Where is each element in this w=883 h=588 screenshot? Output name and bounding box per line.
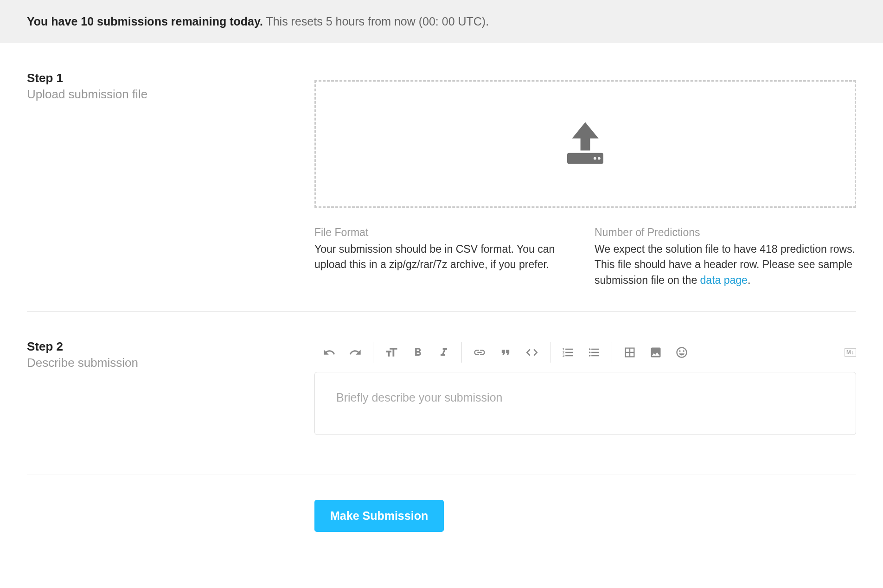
redo-button[interactable] (349, 346, 362, 359)
file-format-body: Your submission should be in CSV format.… (314, 242, 576, 273)
upload-icon (555, 113, 615, 175)
link-button[interactable] (473, 346, 486, 359)
step-2-subtitle: Describe submission (27, 356, 314, 370)
step-1-header: Step 1 Upload submission file (27, 71, 314, 288)
image-button[interactable] (649, 346, 662, 359)
submissions-remaining-banner: You have 10 submissions remaining today.… (0, 0, 883, 43)
data-page-link[interactable]: data page (700, 274, 748, 286)
text-size-button[interactable] (384, 345, 398, 359)
editor-toolbar: M↓ (314, 339, 856, 372)
svg-point-1 (594, 157, 596, 160)
emoji-button[interactable] (675, 346, 688, 359)
file-format-info: File Format Your submission should be in… (314, 226, 576, 288)
bold-button[interactable] (411, 346, 424, 359)
quote-button[interactable] (499, 346, 512, 359)
undo-button[interactable] (323, 346, 336, 359)
banner-rest-text: This resets 5 hours from now (00: 00 UTC… (263, 15, 489, 28)
step-1-subtitle: Upload submission file (27, 87, 314, 102)
predictions-body-after: . (748, 274, 750, 286)
description-input[interactable] (314, 372, 856, 435)
banner-bold-text: You have 10 submissions remaining today. (27, 15, 263, 28)
file-dropzone[interactable] (314, 80, 856, 208)
submit-row: Make Submission (27, 474, 856, 550)
make-submission-button[interactable]: Make Submission (314, 500, 444, 532)
markdown-badge[interactable]: M↓ (845, 348, 856, 357)
table-button[interactable] (623, 346, 636, 359)
predictions-body: We expect the solution file to have 418 … (595, 242, 856, 288)
predictions-info: Number of Predictions We expect the solu… (595, 226, 856, 288)
ordered-list-button[interactable] (562, 346, 575, 359)
step-2-title: Step 2 (27, 339, 314, 354)
unordered-list-button[interactable] (588, 346, 601, 359)
code-button[interactable] (525, 345, 539, 359)
predictions-heading: Number of Predictions (595, 226, 856, 239)
svg-point-2 (598, 157, 601, 160)
step-1-section: Step 1 Upload submission file File Forma… (27, 43, 856, 312)
step-2-header: Step 2 Describe submission (27, 339, 314, 437)
italic-button[interactable] (437, 346, 450, 359)
step-2-section: Step 2 Describe submission (27, 312, 856, 460)
step-1-title: Step 1 (27, 71, 314, 85)
file-format-heading: File Format (314, 226, 576, 239)
